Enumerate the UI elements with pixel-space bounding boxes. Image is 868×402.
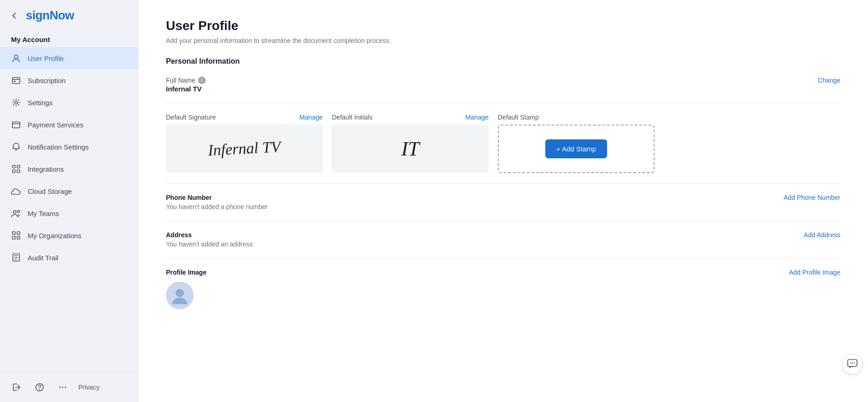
- svg-rect-7: [12, 170, 15, 173]
- address-field: Address You haven't added an address: [166, 231, 253, 248]
- svg-rect-14: [17, 236, 20, 239]
- manage-initials-link[interactable]: Manage: [465, 114, 489, 121]
- svg-rect-13: [12, 236, 15, 239]
- profile-image-label: Profile Image: [166, 269, 207, 276]
- default-signature-box: Default Signature Manage Infernal TV: [166, 114, 323, 173]
- svg-point-17: [39, 389, 40, 390]
- full-name-info-icon: i: [198, 77, 206, 84]
- svg-point-18: [59, 387, 61, 388]
- sidebar-item-my-teams[interactable]: My Teams: [0, 202, 138, 224]
- full-name-value: Infernal TV: [166, 85, 206, 93]
- svg-point-9: [13, 210, 16, 213]
- add-stamp-button[interactable]: + Add Stamp: [545, 139, 607, 158]
- initials-text: IT: [401, 137, 419, 161]
- signature-header: Default Signature Manage: [166, 114, 323, 121]
- svg-point-21: [176, 289, 184, 297]
- svg-point-20: [65, 387, 66, 388]
- sidebar-item-audit-trail[interactable]: Audit Trail: [0, 246, 138, 269]
- svg-point-0: [14, 55, 18, 59]
- sidebar-item-payment-services[interactable]: Payment Services: [0, 114, 138, 136]
- sidebar-item-label: User Profile: [28, 54, 64, 62]
- user-profile-icon: [11, 53, 21, 63]
- profile-image-section: Profile Image Add Profile Image: [166, 269, 840, 309]
- phone-number-value: You haven't added a phone number: [166, 203, 268, 210]
- sidebar-item-label: Payment Services: [28, 121, 83, 129]
- signature-row: Default Signature Manage Infernal TV Def…: [166, 114, 840, 173]
- add-profile-image-link[interactable]: Add Profile Image: [789, 269, 840, 276]
- sidebar-footer: Privacy: [0, 372, 138, 402]
- sidebar-item-label: Audit Trail: [28, 254, 59, 262]
- svg-rect-12: [17, 232, 20, 234]
- integrations-icon: [11, 164, 21, 174]
- sidebar-item-integrations[interactable]: Integrations: [0, 158, 138, 180]
- svg-rect-4: [12, 122, 20, 128]
- sidebar-item-label: Integrations: [28, 165, 64, 173]
- svg-rect-2: [14, 81, 16, 82]
- default-initials-label: Default Initials: [332, 114, 372, 121]
- page-title: User Profile: [166, 18, 840, 33]
- phone-number-section: Phone Number You haven't added a phone n…: [166, 194, 840, 210]
- signature-canvas: Infernal TV: [166, 125, 323, 173]
- personal-info-section-title: Personal Information: [166, 57, 840, 67]
- default-stamp-label: Default Stamp: [498, 114, 539, 121]
- address-label: Address: [166, 231, 253, 239]
- full-name-field: Full Name i Infernal TV: [166, 77, 206, 93]
- sidebar-item-my-organizations[interactable]: My Organizations: [0, 224, 138, 246]
- default-initials-box: Default Initials Manage IT: [332, 114, 489, 173]
- phone-number-field: Phone Number You haven't added a phone n…: [166, 194, 268, 210]
- logout-button[interactable]: [9, 380, 24, 395]
- help-button[interactable]: [32, 380, 47, 395]
- sidebar-item-label: Cloud Storage: [28, 187, 72, 195]
- svg-rect-1: [12, 78, 20, 84]
- more-button[interactable]: [55, 380, 70, 395]
- sidebar-nav: User Profile Subscription Settings: [0, 47, 138, 372]
- add-address-link[interactable]: Add Address: [804, 231, 840, 239]
- profile-image-field: Profile Image: [166, 269, 207, 278]
- phone-number-label: Phone Number: [166, 194, 268, 201]
- initials-header: Default Initials Manage: [332, 114, 489, 121]
- profile-image-row: Profile Image Add Profile Image: [166, 269, 840, 278]
- initials-canvas: IT: [332, 125, 489, 173]
- manage-signature-link[interactable]: Manage: [299, 114, 323, 121]
- change-name-link[interactable]: Change: [818, 77, 840, 84]
- full-name-label: Full Name i: [166, 77, 206, 84]
- subscription-icon: [11, 75, 21, 85]
- page-subtitle: Add your personal information to streaml…: [166, 37, 840, 44]
- sidebar-section-title: My Account: [0, 27, 138, 47]
- sidebar-item-subscription[interactable]: Subscription: [0, 69, 138, 91]
- sidebar-item-label: My Organizations: [28, 232, 82, 240]
- settings-icon: [11, 97, 21, 108]
- svg-point-24: [852, 362, 853, 363]
- notification-settings-icon: [11, 142, 21, 152]
- sidebar-item-label: Subscription: [28, 77, 66, 84]
- sidebar-item-label: Settings: [28, 99, 53, 107]
- phone-number-row: Phone Number You haven't added a phone n…: [166, 194, 840, 210]
- chat-bubble-button[interactable]: [842, 354, 862, 374]
- sidebar-item-settings[interactable]: Settings: [0, 91, 138, 114]
- default-stamp-box: Default Stamp + Add Stamp: [498, 114, 655, 173]
- back-button[interactable]: [7, 10, 21, 22]
- main-content: User Profile Add your personal informati…: [138, 0, 868, 402]
- sidebar-item-cloud-storage[interactable]: Cloud Storage: [0, 180, 138, 202]
- audit-trail-icon: [11, 252, 21, 263]
- sidebar: signNow My Account User Profile: [0, 0, 138, 402]
- address-row: Address You haven't added an address Add…: [166, 231, 840, 248]
- svg-point-19: [62, 387, 64, 388]
- svg-point-10: [18, 210, 20, 213]
- svg-rect-11: [12, 232, 15, 234]
- payment-services-icon: [11, 120, 21, 130]
- svg-rect-6: [17, 165, 20, 168]
- add-phone-link[interactable]: Add Phone Number: [784, 194, 840, 201]
- svg-point-23: [850, 362, 851, 363]
- default-signature-label: Default Signature: [166, 114, 216, 121]
- signature-text: Infernal TV: [207, 138, 281, 160]
- address-section: Address You haven't added an address Add…: [166, 231, 840, 248]
- sidebar-header: signNow: [0, 0, 138, 27]
- profile-image-placeholder: [166, 282, 194, 309]
- svg-rect-5: [12, 165, 15, 168]
- sidebar-item-notification-settings[interactable]: Notification Settings: [0, 136, 138, 158]
- sidebar-item-user-profile[interactable]: User Profile: [0, 47, 138, 69]
- address-value: You haven't added an address: [166, 240, 253, 248]
- svg-point-25: [854, 362, 855, 363]
- privacy-link[interactable]: Privacy: [78, 384, 100, 391]
